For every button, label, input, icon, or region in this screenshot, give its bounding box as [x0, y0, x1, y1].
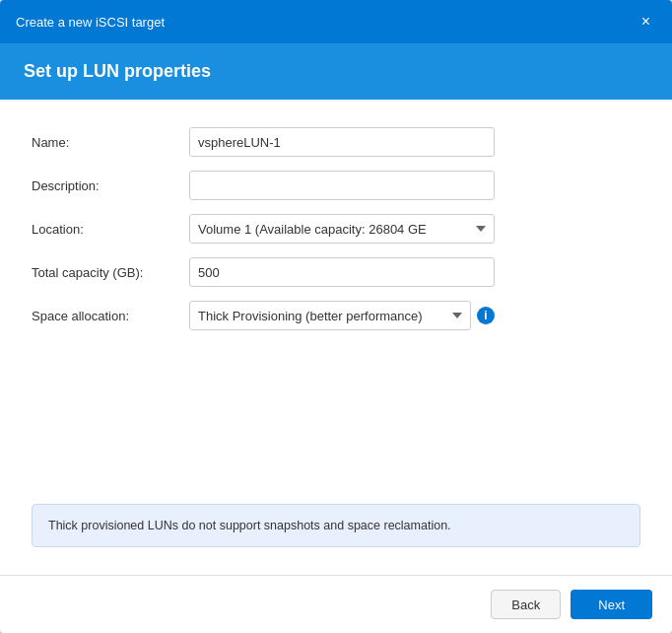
name-input[interactable]	[189, 127, 495, 157]
description-row: Description:	[32, 171, 640, 200]
info-icon[interactable]: i	[477, 307, 495, 324]
titlebar: Create a new iSCSI target ×	[0, 0, 672, 43]
name-control	[189, 127, 495, 157]
total-capacity-input[interactable]	[189, 257, 495, 287]
total-capacity-label: Total capacity (GB):	[32, 265, 189, 280]
description-label: Description:	[32, 178, 189, 193]
dialog-body: Name: Description: Location: Volume 1 (A…	[0, 100, 672, 575]
location-control: Volume 1 (Available capacity: 26804 GE	[189, 214, 495, 244]
close-button[interactable]: ×	[636, 12, 656, 32]
location-label: Location:	[32, 222, 189, 237]
body-spacer	[32, 344, 640, 504]
name-row: Name:	[32, 127, 640, 157]
dialog-header: Set up LUN properties	[0, 43, 672, 100]
create-iscsi-dialog: Create a new iSCSI target × Set up LUN p…	[0, 0, 672, 633]
next-button[interactable]: Next	[571, 590, 652, 619]
description-control	[189, 171, 495, 200]
location-select[interactable]: Volume 1 (Available capacity: 26804 GE	[189, 214, 495, 244]
notice-text: Thick provisioned LUNs do not support sn…	[48, 519, 451, 532]
total-capacity-control	[189, 257, 495, 287]
space-allocation-row: Space allocation: Thick Provisioning (be…	[32, 301, 640, 330]
description-input[interactable]	[189, 171, 495, 200]
space-allocation-control: Thick Provisioning (better performance) …	[189, 301, 495, 330]
dialog-footer: Back Next	[0, 575, 672, 633]
page-title: Set up LUN properties	[24, 61, 211, 81]
back-button[interactable]: Back	[491, 590, 561, 619]
total-capacity-row: Total capacity (GB):	[32, 257, 640, 287]
space-allocation-label: Space allocation:	[32, 309, 189, 323]
space-allocation-select[interactable]: Thick Provisioning (better performance) …	[189, 301, 471, 330]
dialog-title: Create a new iSCSI target	[16, 15, 165, 30]
notice-box: Thick provisioned LUNs do not support sn…	[32, 504, 640, 547]
name-label: Name:	[32, 135, 189, 150]
space-allocation-wrapper: Thick Provisioning (better performance) …	[189, 301, 495, 330]
location-select-wrapper: Volume 1 (Available capacity: 26804 GE	[189, 214, 495, 244]
location-row: Location: Volume 1 (Available capacity: …	[32, 214, 640, 244]
